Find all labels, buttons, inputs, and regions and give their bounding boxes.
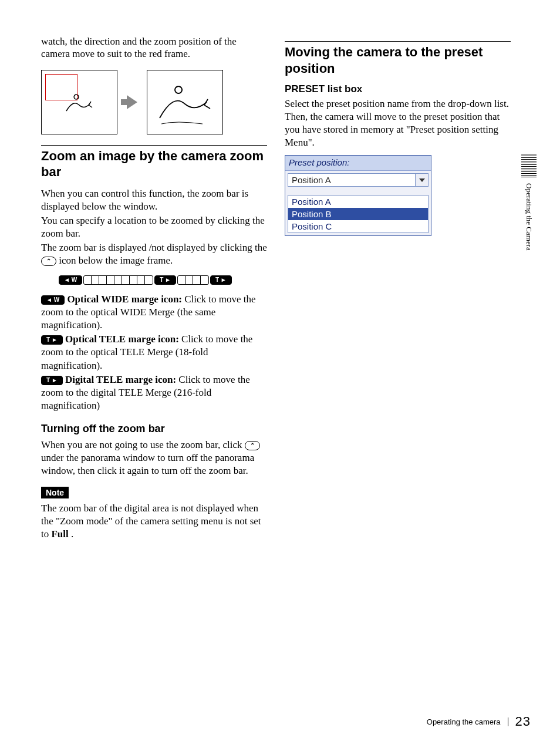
toggle-icon-2: ⌃ bbox=[245, 441, 260, 450]
side-tab: Operating the Camera bbox=[521, 154, 537, 251]
left-column: watch, the direction and the zoom positi… bbox=[41, 35, 267, 542]
zoom-section-title: Zoom an image by the camera zoom bar bbox=[41, 148, 267, 180]
section-rule-2 bbox=[285, 41, 511, 42]
zoom-p2: You can specify a location to be zoomed … bbox=[41, 214, 267, 240]
preset-options-list: Position A Position B Position C bbox=[288, 195, 429, 233]
toggle-icon: ⌃ bbox=[41, 257, 56, 266]
preset-subtitle: PRESET list box bbox=[285, 83, 511, 95]
page: watch, the direction and the zoom positi… bbox=[0, 0, 560, 748]
zoom-p1: When you can control this function, the … bbox=[41, 187, 267, 213]
zoom-p3a: The zoom bar is displayed /not displayed… bbox=[41, 242, 267, 253]
ot-label: Optical TELE marge icon: bbox=[65, 333, 179, 345]
turn-off-text: When you are not going to use the zoom b… bbox=[41, 439, 267, 477]
preset-option-a[interactable]: Position A bbox=[288, 196, 428, 208]
turn-off-t2: under the panorama window to turn off th… bbox=[41, 452, 254, 476]
preset-label: Preset position: bbox=[285, 156, 431, 171]
figure-before bbox=[41, 70, 117, 134]
section-rule bbox=[41, 145, 267, 146]
optical-wide-desc: ◄ W Optical WIDE marge icon: Click to mo… bbox=[41, 293, 267, 332]
zoom-p3: The zoom bar is displayed /not displayed… bbox=[41, 241, 267, 267]
preset-list-box: Preset position: Position A Position A P… bbox=[285, 155, 431, 236]
digital-tele-desc: T ► Digital TELE marge icon: Click to mo… bbox=[41, 373, 267, 412]
ow-label: Optical WIDE marge icon: bbox=[67, 294, 182, 305]
turn-off-t1: When you are not going to use the zoom b… bbox=[41, 439, 242, 450]
figure-row bbox=[41, 70, 267, 134]
side-tab-bars-icon bbox=[521, 154, 537, 177]
preset-section-title: Moving the camera to the preset position bbox=[285, 44, 511, 76]
optical-tele-icon: T ► bbox=[154, 275, 176, 285]
runner-large-icon bbox=[153, 76, 217, 129]
optical-tele-desc: T ► Optical TELE marge icon: Click to mo… bbox=[41, 333, 267, 372]
footer-section: Operating the camera bbox=[427, 717, 508, 726]
intro-text: watch, the direction and the zoom positi… bbox=[41, 35, 267, 60]
optical-wide-icon-inline: ◄ W bbox=[41, 295, 65, 305]
digital-tele-icon: T ► bbox=[210, 275, 232, 285]
turn-off-title: Turning off the zoom bar bbox=[41, 423, 267, 435]
note-badge: Note bbox=[41, 487, 69, 498]
figure-after bbox=[147, 70, 223, 134]
digital-tele-icon-inline: T ► bbox=[41, 376, 63, 385]
right-column: Moving the camera to the preset position… bbox=[285, 35, 511, 542]
note-text: The zoom bar of the digital area is not … bbox=[41, 502, 267, 541]
preset-select[interactable]: Position A bbox=[288, 173, 429, 187]
note-a: The zoom bar of the digital area is not … bbox=[41, 503, 261, 540]
zoom-bar: ◄ W T ► T ► bbox=[59, 275, 267, 285]
preset-option-c[interactable]: Position C bbox=[288, 220, 428, 233]
zoom-p3b: icon below the image frame. bbox=[59, 255, 173, 266]
zoom-segment-digital bbox=[177, 275, 209, 285]
chevron-down-icon[interactable] bbox=[415, 174, 428, 186]
arrow-right-icon bbox=[127, 95, 137, 109]
red-frame bbox=[45, 74, 77, 100]
footer-page-number: 23 bbox=[515, 714, 531, 729]
note-c: . bbox=[71, 528, 73, 540]
optical-tele-icon-inline: T ► bbox=[41, 335, 63, 345]
optical-wide-icon: ◄ W bbox=[59, 275, 82, 285]
side-tab-label: Operating the Camera bbox=[524, 183, 534, 251]
preset-selected-value: Position A bbox=[288, 174, 415, 186]
footer: Operating the camera 23 bbox=[0, 714, 560, 729]
zoom-segment-optical bbox=[83, 275, 153, 285]
dt-label: Digital TELE marge icon: bbox=[65, 374, 176, 385]
note-b: Full bbox=[51, 528, 68, 540]
preset-option-b[interactable]: Position B bbox=[288, 208, 428, 220]
preset-body: Select the preset position name from the… bbox=[285, 97, 511, 149]
